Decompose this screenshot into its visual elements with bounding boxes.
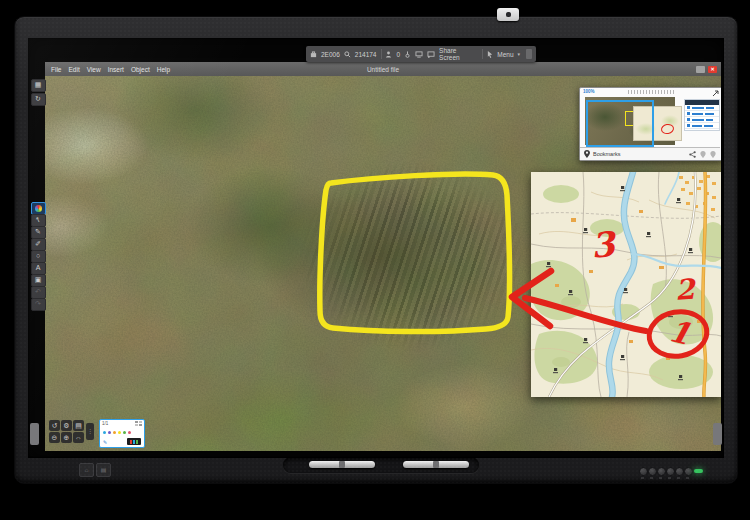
menu-insert[interactable]: Insert	[108, 66, 124, 73]
hardware-button	[675, 467, 684, 476]
map-thumbnail	[585, 97, 681, 145]
participants-badge: 0	[396, 51, 400, 58]
mountain-ridges	[300, 161, 525, 351]
pages-grid-icon[interactable]	[135, 421, 142, 427]
ink-color-swatches	[103, 431, 131, 434]
settings-button[interactable]: ⚙	[61, 420, 72, 431]
pin-panel-icon[interactable]	[712, 89, 720, 97]
screen: 2E006 214174 0 Share Screen Menu ▾ Untit…	[28, 38, 724, 458]
thumbnail-red-annotation	[660, 123, 675, 135]
input-hardware-button: ▤	[96, 463, 111, 477]
color-swatch[interactable]	[108, 431, 111, 434]
power-indicator	[694, 469, 703, 473]
active-ink-swatch[interactable]	[127, 438, 141, 445]
ink-colors-icon	[35, 205, 42, 212]
zoom-in-button[interactable]: ⊕	[61, 432, 72, 443]
panel-drag-handle[interactable]	[628, 90, 674, 94]
hardware-button	[657, 467, 666, 476]
zoom-out-button[interactable]: ⊖	[49, 432, 60, 443]
system-toolbar: 2E006 214174 0 Share Screen Menu ▾	[306, 46, 536, 62]
hardware-button	[666, 467, 675, 476]
menu-object[interactable]: Object	[131, 66, 150, 73]
session-code-badge: 214174	[355, 51, 377, 58]
share-nodes-icon[interactable]	[689, 151, 696, 158]
page-indicator: 1/1	[102, 421, 108, 426]
color-swatch[interactable]	[113, 431, 116, 434]
display-icon[interactable]	[415, 51, 423, 58]
menu-view[interactable]: View	[87, 66, 101, 73]
app-titlebar: Untitled file File Edit View Insert Obje…	[45, 62, 721, 76]
waypoint-icon[interactable]	[710, 151, 716, 158]
app-window: Untitled file File Edit View Insert Obje…	[45, 62, 721, 451]
right-edge-tab[interactable]	[713, 423, 722, 445]
color-swatch[interactable]	[118, 431, 121, 434]
menu-edit[interactable]: Edit	[68, 66, 79, 73]
toolbar-grip-handle[interactable]	[526, 49, 532, 59]
camera-device	[497, 8, 519, 21]
controls-collapse-handle[interactable]: ⋮	[86, 423, 94, 440]
refresh-button[interactable]: ↻	[31, 93, 46, 106]
briefcase-icon	[310, 51, 317, 58]
plug-icon[interactable]	[404, 51, 411, 58]
color-swatch[interactable]	[103, 431, 106, 434]
stylus-pen	[403, 461, 469, 468]
overview-footer: Bookmarks	[580, 147, 720, 160]
stylus-pen	[309, 461, 375, 468]
hardware-button	[639, 467, 648, 476]
map-pin-icon	[584, 150, 590, 158]
pen-tray	[283, 457, 479, 473]
overview-panel: 100%	[579, 87, 721, 161]
map-control-grid: ↺ ⚙ ▤ ⊖ ⊕ ⇔	[49, 420, 84, 443]
left-edge-tab[interactable]	[30, 423, 39, 445]
person-icon	[385, 51, 392, 58]
menu-file[interactable]: File	[51, 66, 61, 73]
menu-help[interactable]: Help	[157, 66, 170, 73]
redo-button[interactable]: ↷	[31, 298, 46, 311]
room-id-badge: 2E006	[321, 51, 340, 58]
magnifier-icon	[344, 51, 351, 58]
coordinates-table	[684, 99, 720, 131]
chevron-down-icon[interactable]: ▾	[518, 51, 521, 57]
bookmarks-button[interactable]: Bookmarks	[593, 151, 621, 157]
menu-bar: File Edit View Insert Object Help	[45, 66, 170, 73]
table-row[interactable]	[685, 123, 719, 129]
color-swatch[interactable]	[128, 431, 131, 434]
pan-button[interactable]: ⇔	[73, 432, 84, 443]
reset-view-button[interactable]: ↺	[49, 420, 60, 431]
share-screen-button[interactable]: Share Screen	[439, 47, 478, 61]
cast-icon[interactable]	[427, 51, 435, 58]
ink-toolbar-panel[interactable]: 1/1 ✎	[99, 419, 145, 448]
camera-lens-icon	[506, 12, 511, 17]
zoom-level: 100%	[583, 89, 595, 94]
waypoint-icon[interactable]	[700, 151, 706, 158]
map-canvas[interactable]: 3 2 1 100%	[45, 76, 721, 451]
home-hardware-button: ⌂	[79, 463, 94, 477]
pen-icon[interactable]: ✎	[103, 439, 107, 445]
hardware-button	[684, 467, 693, 476]
color-swatch[interactable]	[123, 431, 126, 434]
viewport-rectangle[interactable]	[586, 100, 654, 147]
menu-button[interactable]: Menu	[497, 51, 513, 58]
apps-grid-button[interactable]: ▦	[31, 79, 46, 92]
layers-button[interactable]: ▤	[73, 420, 84, 431]
pointer-icon	[487, 51, 493, 58]
restore-window-button[interactable]	[696, 66, 705, 73]
hardware-button	[648, 467, 657, 476]
close-button[interactable]: ✕	[708, 66, 717, 73]
inset-topo-map[interactable]	[531, 172, 721, 397]
